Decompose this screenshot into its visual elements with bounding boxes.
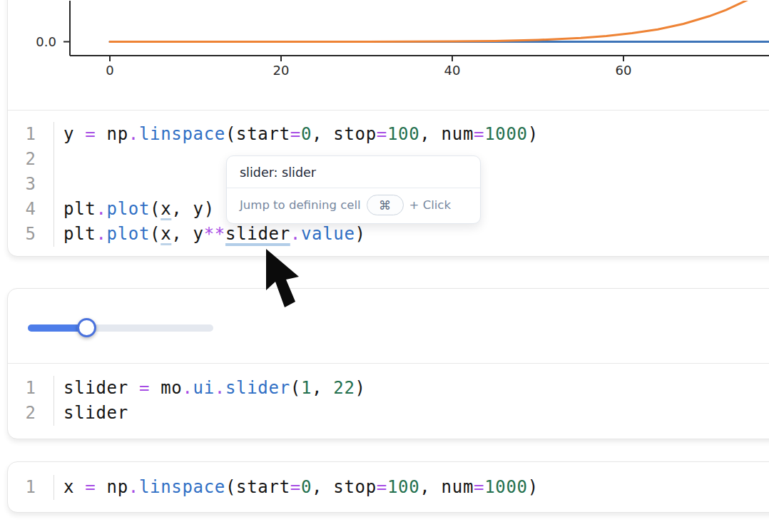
code-token: , stop bbox=[312, 124, 377, 144]
y-tick-label: 0.0 bbox=[36, 34, 56, 49]
plot-output: 02040600.0 bbox=[8, 0, 769, 111]
slider-track[interactable] bbox=[28, 324, 213, 332]
tooltip-footer: Jump to defining cell ⌘ + Click bbox=[227, 188, 480, 223]
code-token: plot bbox=[107, 224, 151, 244]
line-number-gutter: 12345 bbox=[8, 122, 54, 247]
code-token: x bbox=[63, 477, 85, 497]
code-line[interactable]: x = np.linspace(start=0, stop=100, num=1… bbox=[63, 475, 769, 500]
line-number: 1 bbox=[8, 475, 54, 500]
marimo-notebook: 02040600.0 12345y = np.linspace(start=0,… bbox=[0, 0, 769, 532]
line-number-gutter: 12 bbox=[8, 376, 54, 426]
code-token: , num bbox=[419, 124, 474, 144]
code-token: slider bbox=[63, 403, 128, 423]
code-token: (start bbox=[225, 124, 290, 144]
line-number: 4 bbox=[8, 197, 54, 222]
code-token: linspace bbox=[139, 477, 225, 497]
code-token: np bbox=[96, 477, 128, 497]
code-line[interactable]: y = np.linspace(start=0, stop=100, num=1… bbox=[63, 122, 769, 147]
tooltip-action-label: Jump to defining cell bbox=[240, 198, 361, 212]
code-token: , y bbox=[171, 224, 203, 244]
line-number: 3 bbox=[8, 172, 54, 197]
code-token: . bbox=[290, 224, 301, 244]
code-token: = bbox=[139, 378, 150, 398]
code-token: (start bbox=[225, 477, 290, 497]
x-tick-label: 40 bbox=[444, 63, 461, 78]
code-token: slider bbox=[63, 378, 139, 398]
code-token: value bbox=[301, 224, 355, 244]
code-line[interactable]: slider bbox=[63, 401, 769, 426]
code-editor-slider-cell[interactable]: 12slider = mo.ui.slider(1, 22)slider bbox=[8, 364, 769, 426]
cell-slider: 12slider = mo.ui.slider(1, 22)slider bbox=[7, 288, 769, 439]
code-token: ) bbox=[355, 224, 366, 244]
code-token: . bbox=[128, 124, 139, 144]
code-token: , y) bbox=[171, 199, 215, 219]
x-tick-label: 60 bbox=[616, 63, 632, 78]
code-token: . bbox=[182, 378, 193, 398]
slider-output bbox=[8, 289, 769, 364]
code-token: 0 bbox=[301, 477, 312, 497]
code-token: = bbox=[377, 124, 387, 144]
x-tick-label: 20 bbox=[273, 63, 290, 78]
code-lines[interactable]: x = np.linspace(start=0, stop=100, num=1… bbox=[54, 475, 769, 500]
code-token: , num bbox=[419, 477, 474, 497]
code-token: = bbox=[290, 477, 301, 497]
code-token: , bbox=[312, 378, 333, 398]
command-key-glyph: ⌘ bbox=[379, 198, 391, 213]
code-token: ( bbox=[150, 224, 161, 244]
line-number: 1 bbox=[8, 122, 54, 147]
code-line[interactable]: plt.plot(x, y**slider.value) bbox=[63, 222, 769, 247]
code-token[interactable]: x bbox=[161, 224, 171, 244]
code-token: y bbox=[63, 124, 85, 144]
code-token: = bbox=[474, 124, 484, 144]
code-token: = bbox=[474, 477, 484, 497]
code-token: plt bbox=[63, 224, 96, 244]
line-number-gutter: 1 bbox=[8, 475, 54, 500]
code-token: . bbox=[128, 477, 139, 497]
code-token: 1 bbox=[301, 378, 312, 398]
code-token: , stop bbox=[312, 477, 377, 497]
code-token: = bbox=[85, 477, 96, 497]
code-token: = bbox=[85, 124, 96, 144]
command-key-icon: ⌘ bbox=[367, 195, 404, 215]
mouse-cursor-icon bbox=[265, 249, 307, 314]
code-token: mo bbox=[150, 378, 182, 398]
code-token: np bbox=[96, 124, 128, 144]
series-y**slider.value bbox=[110, 1, 756, 42]
code-token: ( bbox=[150, 199, 161, 219]
code-token: . bbox=[96, 224, 106, 244]
code-editor-x-cell[interactable]: 1x = np.linspace(start=0, stop=100, num=… bbox=[8, 462, 769, 500]
code-token: 1000 bbox=[484, 124, 528, 144]
line-number: 5 bbox=[8, 222, 54, 247]
cell-x-definition: 1x = np.linspace(start=0, stop=100, num=… bbox=[7, 461, 769, 513]
tooltip-title: slider: slider bbox=[227, 156, 480, 188]
code-token: = bbox=[290, 124, 301, 144]
code-token: linspace bbox=[139, 124, 225, 144]
code-token: plt bbox=[63, 199, 96, 219]
code-token[interactable]: slider bbox=[225, 224, 290, 244]
slider-handle[interactable] bbox=[77, 318, 96, 337]
code-token: 100 bbox=[387, 477, 419, 497]
code-token: = bbox=[377, 477, 387, 497]
code-token: ( bbox=[290, 378, 301, 398]
line-number: 1 bbox=[8, 376, 54, 401]
code-token[interactable]: x bbox=[161, 199, 171, 219]
matplotlib-line-chart: 02040600.0 bbox=[8, 1, 769, 110]
code-token: plot bbox=[107, 199, 151, 219]
code-token: 100 bbox=[387, 124, 419, 144]
code-token: . bbox=[96, 199, 106, 219]
variable-hover-tooltip: slider: slider Jump to defining cell ⌘ +… bbox=[226, 155, 481, 224]
line-number: 2 bbox=[8, 147, 54, 172]
x-tick-label: 0 bbox=[106, 63, 113, 78]
code-token: ** bbox=[204, 224, 225, 244]
code-token: ui bbox=[193, 378, 215, 398]
code-token: ) bbox=[528, 477, 539, 497]
tooltip-click-hint: + Click bbox=[409, 198, 451, 212]
code-token: ) bbox=[355, 378, 366, 398]
code-token: . bbox=[215, 378, 225, 398]
code-lines[interactable]: slider = mo.ui.slider(1, 22)slider bbox=[54, 376, 769, 426]
line-number: 2 bbox=[8, 401, 54, 426]
code-token: 22 bbox=[333, 378, 355, 398]
code-token: 1000 bbox=[484, 477, 528, 497]
code-line[interactable]: slider = mo.ui.slider(1, 22) bbox=[63, 376, 769, 401]
code-token: slider bbox=[225, 378, 290, 398]
